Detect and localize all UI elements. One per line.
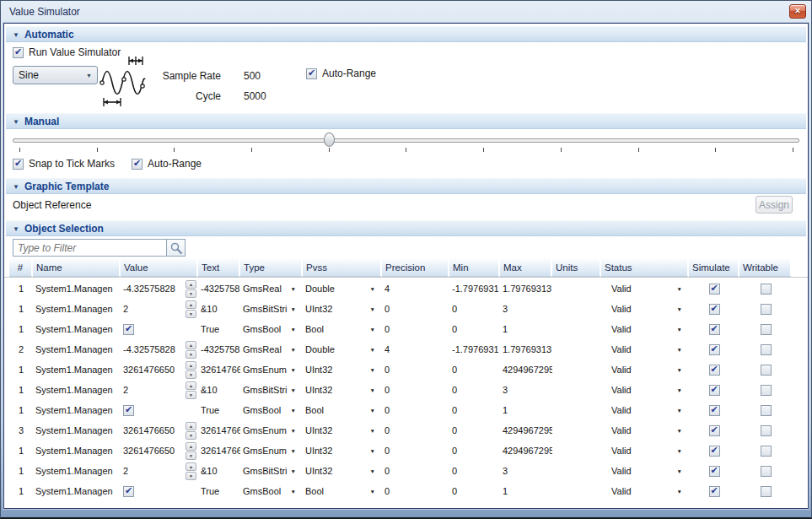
table-row[interactable]: 1 System1.Managen ✔ True GmsBool ▼ Bool … bbox=[9, 400, 808, 420]
row-type-dropdown[interactable]: GmsEnum ▼ bbox=[240, 441, 303, 461]
column-header-status[interactable]: Status bbox=[601, 259, 689, 277]
row-status-dropdown[interactable]: Valid ▼ bbox=[601, 278, 689, 299]
writable-checkbox[interactable]: ✔ bbox=[761, 344, 772, 355]
column-header-value[interactable]: Value bbox=[121, 259, 198, 277]
spinner-down-icon[interactable]: ▼ bbox=[186, 370, 196, 379]
column-header-precision[interactable]: Precision bbox=[382, 259, 449, 277]
simulate-checkbox[interactable]: ✔ bbox=[709, 365, 720, 376]
value-number[interactable]: 3261476650 bbox=[123, 446, 175, 456]
value-checkbox[interactable]: ✔ bbox=[123, 486, 134, 497]
column-header-writable[interactable]: Writable bbox=[739, 259, 792, 277]
column-header-units[interactable]: Units bbox=[552, 259, 601, 277]
value-spinner[interactable]: ▲ ▼ bbox=[186, 381, 196, 399]
table-row[interactable]: 1 System1.Managen 3261476650 ▲ ▼ 3261476… bbox=[9, 441, 808, 461]
row-pvss-dropdown[interactable]: UInt32 ▼ bbox=[303, 420, 382, 441]
table-row[interactable]: 2 System1.Managen -4.32575828 ▲ ▼ -43257… bbox=[9, 339, 808, 360]
filter-input[interactable] bbox=[13, 239, 166, 257]
simulate-checkbox[interactable]: ✔ bbox=[709, 466, 720, 477]
row-pvss-dropdown[interactable]: UInt32 ▼ bbox=[303, 441, 382, 461]
writable-checkbox[interactable]: ✔ bbox=[761, 284, 772, 295]
table-row[interactable]: 1 System1.Managen -4.32575828 ▲ ▼ -43257… bbox=[9, 278, 808, 299]
column-header-name[interactable]: Name bbox=[33, 259, 121, 277]
row-status-dropdown[interactable]: Valid ▼ bbox=[601, 461, 689, 481]
row-status-dropdown[interactable]: Valid ▼ bbox=[601, 360, 689, 380]
column-header-text[interactable]: Text bbox=[198, 259, 240, 277]
row-status-dropdown[interactable]: Valid ▼ bbox=[601, 400, 689, 420]
run-value-simulator-checkbox[interactable]: ✔ bbox=[13, 47, 24, 58]
row-pvss-dropdown[interactable]: Bool ▼ bbox=[303, 400, 382, 420]
table-row[interactable]: 1 System1.Managen 2 ▲ ▼ &10 GmsBitStri ▼… bbox=[9, 380, 808, 400]
close-button[interactable]: ✕ bbox=[789, 4, 806, 19]
column-header-min[interactable]: Min bbox=[449, 259, 500, 277]
table-row[interactable]: 1 System1.Managen 3261476650 ▲ ▼ 3261476… bbox=[9, 360, 808, 380]
row-type-dropdown[interactable]: GmsBitStri ▼ bbox=[240, 380, 303, 400]
row-type-dropdown[interactable]: GmsBitStri ▼ bbox=[240, 461, 303, 481]
row-type-dropdown[interactable]: GmsBool ▼ bbox=[240, 481, 303, 501]
writable-checkbox[interactable]: ✔ bbox=[761, 446, 772, 457]
spinner-up-icon[interactable]: ▲ bbox=[186, 300, 196, 309]
writable-checkbox[interactable]: ✔ bbox=[761, 405, 772, 416]
spinner-up-icon[interactable]: ▲ bbox=[186, 280, 196, 289]
column-header-type[interactable]: Type bbox=[240, 259, 303, 277]
slider-track[interactable] bbox=[13, 138, 799, 143]
manual-section-header[interactable]: ▼Manual bbox=[6, 113, 806, 129]
row-type-dropdown[interactable]: GmsBool ▼ bbox=[240, 400, 303, 420]
spinner-down-icon[interactable]: ▼ bbox=[186, 310, 196, 318]
simulate-checkbox[interactable]: ✔ bbox=[709, 446, 720, 457]
writable-checkbox[interactable]: ✔ bbox=[761, 486, 772, 497]
row-pvss-dropdown[interactable]: UInt32 ▼ bbox=[303, 360, 382, 380]
spinner-up-icon[interactable]: ▲ bbox=[186, 361, 196, 370]
simulate-checkbox[interactable]: ✔ bbox=[709, 324, 720, 335]
spinner-up-icon[interactable]: ▲ bbox=[186, 422, 196, 430]
writable-checkbox[interactable]: ✔ bbox=[761, 466, 772, 477]
simulate-checkbox[interactable]: ✔ bbox=[709, 304, 720, 315]
row-pvss-dropdown[interactable]: UInt32 ▼ bbox=[303, 461, 382, 481]
table-row[interactable]: 1 System1.Managen ✔ True GmsBool ▼ Bool … bbox=[9, 319, 808, 339]
table-row[interactable]: 1 System1.Managen ✔ True GmsBool ▼ Bool … bbox=[9, 481, 808, 501]
row-pvss-dropdown[interactable]: Bool ▼ bbox=[303, 319, 382, 339]
slider-thumb[interactable] bbox=[324, 132, 335, 147]
writable-checkbox[interactable]: ✔ bbox=[761, 425, 772, 436]
row-status-dropdown[interactable]: Valid ▼ bbox=[601, 441, 689, 461]
value-checkbox[interactable]: ✔ bbox=[123, 324, 134, 335]
value-spinner[interactable]: ▲ ▼ bbox=[186, 280, 196, 298]
row-pvss-dropdown[interactable]: UInt32 ▼ bbox=[303, 380, 382, 400]
simulate-checkbox[interactable]: ✔ bbox=[709, 284, 720, 295]
value-number[interactable]: 2 bbox=[123, 304, 128, 314]
row-type-dropdown[interactable]: GmsEnum ▼ bbox=[240, 360, 303, 380]
automatic-auto-range-checkbox[interactable]: ✔ bbox=[306, 68, 317, 79]
value-spinner[interactable]: ▲ ▼ bbox=[186, 442, 196, 460]
spinner-down-icon[interactable]: ▼ bbox=[186, 289, 196, 298]
spinner-down-icon[interactable]: ▼ bbox=[186, 472, 196, 480]
object-selection-section-header[interactable]: ▼Object Selection bbox=[6, 220, 806, 236]
snap-to-ticks-checkbox[interactable]: ✔ bbox=[13, 159, 24, 170]
simulate-checkbox[interactable]: ✔ bbox=[709, 344, 720, 355]
writable-checkbox[interactable]: ✔ bbox=[761, 304, 772, 315]
value-number[interactable]: 2 bbox=[123, 466, 128, 476]
spinner-up-icon[interactable]: ▲ bbox=[186, 341, 196, 349]
row-status-dropdown[interactable]: Valid ▼ bbox=[601, 481, 689, 501]
writable-checkbox[interactable]: ✔ bbox=[761, 385, 772, 396]
search-button[interactable] bbox=[166, 239, 186, 257]
value-number[interactable]: 3261476650 bbox=[123, 365, 175, 375]
row-status-dropdown[interactable]: Valid ▼ bbox=[601, 299, 689, 319]
value-number[interactable]: 2 bbox=[123, 385, 128, 395]
row-pvss-dropdown[interactable]: Bool ▼ bbox=[303, 481, 382, 501]
spinner-down-icon[interactable]: ▼ bbox=[186, 451, 196, 460]
spinner-up-icon[interactable]: ▲ bbox=[186, 442, 196, 451]
table-row[interactable]: 1 System1.Managen 2 ▲ ▼ &10 GmsBitStri ▼… bbox=[9, 461, 808, 481]
simulate-checkbox[interactable]: ✔ bbox=[709, 425, 720, 436]
waveform-dropdown[interactable]: Sine ▼ bbox=[13, 66, 98, 84]
simulate-checkbox[interactable]: ✔ bbox=[709, 385, 720, 396]
row-pvss-dropdown[interactable]: Double ▼ bbox=[303, 278, 382, 299]
row-type-dropdown[interactable]: GmsEnum ▼ bbox=[240, 420, 303, 441]
spinner-down-icon[interactable]: ▼ bbox=[186, 391, 196, 399]
assign-button[interactable]: Assign bbox=[756, 196, 793, 214]
table-row[interactable]: 3 System1.Managen 3261476650 ▲ ▼ 3261476… bbox=[9, 420, 808, 441]
titlebar[interactable]: Value Simulator ✕ bbox=[1, 1, 811, 23]
value-number[interactable]: -4.32575828 bbox=[123, 284, 175, 294]
value-spinner[interactable]: ▲ ▼ bbox=[186, 300, 196, 318]
column-header-max[interactable]: Max bbox=[500, 259, 552, 277]
value-spinner[interactable]: ▲ ▼ bbox=[186, 462, 196, 480]
spinner-down-icon[interactable]: ▼ bbox=[186, 350, 196, 359]
